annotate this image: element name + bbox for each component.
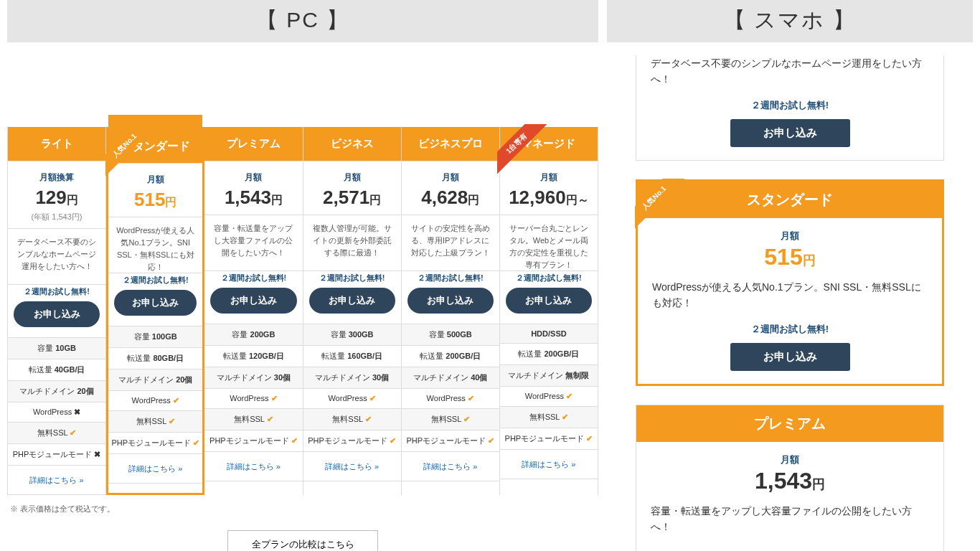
- check-icon: ✔: [271, 394, 278, 402]
- sp-plan-card: プレミアム月額1,543円容量・転送量をアップし大容量ファイルの公開をしたい方へ…: [636, 405, 944, 551]
- price-box: 月額 12,960円～: [500, 161, 598, 215]
- sp-plan-card: 人気No.1スタンダード月額515円WordPressが使える人気No.1プラン…: [636, 179, 944, 386]
- plan-description: データベース不要のシンプルなホームページ運用をしたい方へ！: [636, 55, 943, 96]
- details-cell: 詳細はこちら »: [500, 450, 598, 479]
- price-box: 月額 1,543円: [204, 161, 302, 215]
- tax-note: ※ 表示価格は全て税込です。: [10, 504, 598, 514]
- apply-box: ２週間お試し無料! お申し込み: [303, 271, 401, 324]
- trial-label: ２週間お試し無料!: [309, 273, 395, 283]
- annual-price: (年額 1,543円): [12, 212, 101, 222]
- price-label: 月額: [308, 171, 397, 184]
- check-icon: ✔: [369, 394, 376, 402]
- spec-transfer: 転送量 200GB/日: [402, 346, 499, 367]
- spec-transfer: 転送量 40GB/日: [8, 359, 105, 381]
- apply-button[interactable]: お申し込み: [210, 288, 296, 314]
- spec-multidomain: マルチドメイン 30個: [303, 367, 401, 389]
- spec-capacity: HDD/SSD: [500, 324, 598, 344]
- price-box: 月額換算 129円 (年額 1,543円): [8, 161, 105, 229]
- plan-column: ビジネスプロ 月額 4,628円 サイトの安定性を高める、専用IPアドレスに対応…: [402, 127, 500, 495]
- device-tabs: 【 PC 】 【 スマホ 】: [0, 0, 980, 42]
- trial-label: ２週間お試し無料!: [407, 273, 494, 283]
- apply-box: ２週間お試し無料! お申し込み: [204, 271, 302, 324]
- details-link[interactable]: 詳細はこちら »: [423, 462, 477, 471]
- details-cell: 詳細はこちら »: [108, 454, 202, 484]
- check-icon: ✔: [463, 415, 470, 423]
- spec-multidomain: マルチドメイン 20個: [8, 381, 105, 402]
- plan-name: プレミアム: [636, 405, 943, 442]
- spec-transfer: 転送量 200GB/日: [500, 344, 598, 365]
- tab-sp[interactable]: 【 スマホ 】: [607, 0, 973, 42]
- check-icon: ✔: [390, 436, 396, 445]
- price-label: 月額: [638, 230, 942, 242]
- details-link[interactable]: 詳細はこちら »: [227, 462, 281, 471]
- spec-wordpress: WordPress ✔: [402, 389, 499, 409]
- check-icon: ✔: [365, 415, 372, 423]
- apply-box: ２週間お試し無料! お申し込み: [108, 273, 202, 326]
- trial-label: ２週間お試し無料!: [210, 273, 296, 283]
- plan-name: ライト: [8, 127, 105, 161]
- details-link[interactable]: 詳細はこちら »: [325, 462, 379, 471]
- spec-wordpress: WordPress ✖: [8, 402, 105, 423]
- details-cell: 詳細はこちら »: [402, 452, 499, 481]
- spec-wordpress: WordPress ✔: [108, 391, 202, 411]
- details-link[interactable]: 詳細はこちら »: [522, 460, 575, 468]
- apply-button[interactable]: お申し込み: [730, 343, 850, 371]
- check-icon: ✔: [70, 428, 76, 437]
- compare-all-plans-button[interactable]: 全プランの比較はこちら: [227, 530, 378, 551]
- plan-column: プレミアム 月額 1,543円 容量・転送量をアップし大容量ファイルの公開をした…: [204, 127, 303, 495]
- check-icon: ✔: [193, 438, 199, 447]
- plan-description: 容量・転送量をアップし大容量ファイルの公開をしたい方へ！: [636, 494, 943, 544]
- price-box: 月額 515円: [108, 164, 202, 217]
- plan-name: マネージド: [500, 127, 598, 161]
- plan-description: 複数人管理が可能。サイトの更新を外部委託する際に最適！: [303, 215, 401, 271]
- spec-transfer: 転送量 120GB/日: [204, 346, 302, 367]
- apply-button[interactable]: お申し込み: [14, 301, 100, 327]
- price-value: 4,628円: [406, 187, 495, 209]
- spec-transfer: 転送量 160GB/日: [303, 346, 401, 367]
- cross-icon: ✖: [94, 450, 100, 458]
- trial-label: ２週間お試し無料!: [114, 275, 197, 286]
- check-icon: ✔: [488, 436, 494, 445]
- price-label: 月額: [113, 174, 198, 186]
- spec-multidomain: マルチドメイン 20個: [108, 369, 202, 391]
- price-label: 月額: [504, 171, 593, 184]
- apply-box: ２週間お試し無料! お申し込み: [8, 285, 105, 338]
- details-link[interactable]: 詳細はこちら »: [128, 464, 182, 473]
- apply-button[interactable]: お申し込み: [730, 119, 850, 147]
- tab-pc[interactable]: 【 PC 】: [7, 0, 598, 42]
- details-cell: 詳細はこちら »: [303, 452, 401, 481]
- trial-label: ２週間お試し無料!: [638, 323, 942, 336]
- spec-capacity: 容量 200GB: [204, 324, 302, 346]
- spec-multidomain: マルチドメイン 40個: [402, 367, 499, 389]
- plan-description: WordPressが使える人気No.1プラン。SNI SSL・無料SSLにも対応…: [638, 270, 942, 320]
- spec-freessl: 無料SSL ✔: [108, 411, 202, 433]
- plan-column: 人気No.1スタンダード 月額 515円 WordPressが使える人気No.1…: [106, 127, 204, 495]
- apply-button[interactable]: お申し込み: [114, 290, 197, 316]
- spec-phpmod: PHPモジュールモード ✖: [8, 444, 105, 466]
- check-icon: ✔: [169, 417, 175, 425]
- plan-name: スタンダード: [108, 115, 202, 164]
- price-box: 月額 4,628円: [402, 161, 499, 215]
- spec-phpmod: PHPモジュールモード ✔: [402, 430, 499, 452]
- apply-button[interactable]: お申し込み: [407, 288, 494, 314]
- price-value: 129円: [12, 187, 101, 209]
- apply-button[interactable]: お申し込み: [309, 288, 395, 314]
- details-link[interactable]: 詳細はこちら »: [29, 476, 83, 484]
- plan-description: サイトの安定性を高める、専用IPアドレスに対応した上級プラン！: [402, 215, 499, 271]
- spec-multidomain: マルチドメイン 無制限: [500, 365, 598, 387]
- price-value: 1,543円: [209, 187, 298, 209]
- spec-wordpress: WordPress ✔: [204, 389, 302, 409]
- trial-label: ２週間お試し無料!: [506, 273, 592, 283]
- plan-name: ビジネス: [303, 127, 401, 161]
- apply-button[interactable]: お申し込み: [506, 288, 592, 314]
- plan-column: ビジネス 月額 2,571円 複数人管理が可能。サイトの更新を外部委託する際に最…: [303, 127, 402, 495]
- plan-name: スタンダード: [638, 182, 942, 218]
- plan-description: 容量・転送量をアップし大容量ファイルの公開をしたい方へ！: [204, 215, 302, 271]
- plan-description: WordPressが使える人気No.1プラン。SNI SSL・無料SSLにも対応…: [108, 217, 202, 273]
- plan-column: 1台専有マネージド 月額 12,960円～ サーバー台丸ごとレンタル。Webとメ…: [500, 127, 598, 495]
- sp-cards-column: データベース不要のシンプルなホームページ運用をしたい方へ！２週間お試し無料!お申…: [607, 42, 973, 551]
- check-icon: ✔: [562, 413, 568, 421]
- check-icon: ✔: [291, 436, 298, 445]
- price-value: 2,571円: [308, 187, 397, 209]
- details-cell: 詳細はこちら »: [8, 466, 105, 495]
